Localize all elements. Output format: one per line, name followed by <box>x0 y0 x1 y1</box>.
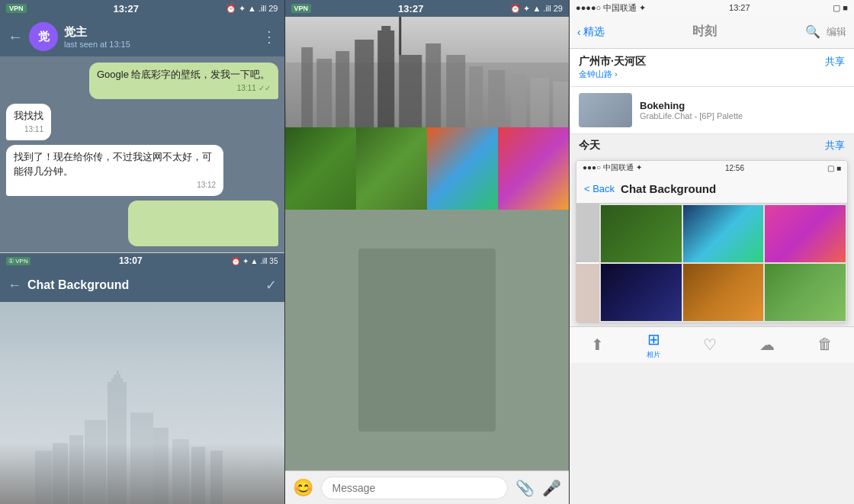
sheet-wallpaper-stars[interactable] <box>601 264 682 321</box>
bluetooth-icon-2: ✦ <box>523 4 530 14</box>
svg-rect-0 <box>108 382 127 504</box>
chat-bg-preview-area <box>0 302 284 504</box>
avatar-1: 觉 <box>29 22 58 51</box>
ios-section-share-today[interactable]: 共享 <box>825 139 845 152</box>
wifi-icon-2: ▲ <box>532 4 541 13</box>
sheet-nav-bar: < Back Chat Background <box>576 175 847 204</box>
ios-toolbar-albums-button[interactable]: ⊞ 相片 <box>647 330 660 360</box>
message-text-2: 我找找 <box>14 109 43 123</box>
message-time-1: 13:11 ✓✓ <box>97 83 271 94</box>
message-text-3: 找到了！现在给你传，不过我这网不太好，可能得几分钟。 <box>14 150 216 178</box>
ios-featured-card-3: Bokehing GrabLife.Chat - [6P] Palette <box>570 87 854 134</box>
wallpaper-option-poly[interactable] <box>498 127 569 210</box>
mini-time-1: 13:07 <box>119 255 143 266</box>
chat-bg-title: Chat Background <box>27 278 265 292</box>
vpn-badge-1: VPN <box>6 4 27 13</box>
sheet-back-button[interactable]: < Back <box>584 183 615 194</box>
svg-rect-22 <box>399 17 401 55</box>
chat-bg-header-1: ← Chat Background ✓ <box>0 268 284 302</box>
sheet-wallpaper-pink-poly[interactable] <box>765 205 846 262</box>
chat-bg-confirm-button[interactable]: ✓ <box>265 277 277 294</box>
mini-status-bar-1: ① VPN 13:07 ⏰ ✦ ▲ .ill 35 <box>0 253 284 268</box>
sheet-wallpaper-aurora[interactable] <box>683 205 764 262</box>
message-text-input-2[interactable] <box>321 477 509 499</box>
svg-rect-4 <box>130 413 153 504</box>
svg-rect-5 <box>85 420 106 504</box>
featured-thumbnail-3 <box>579 93 632 127</box>
svg-rect-3 <box>117 371 119 374</box>
sheet-wallpaper-autumn[interactable] <box>683 264 764 321</box>
featured-title-3: Bokehing <box>640 100 845 111</box>
emoji-button-2[interactable]: 😊 <box>293 478 313 498</box>
wallpaper-option-green-2[interactable] <box>356 127 427 210</box>
status-bar-2: VPN 13:27 ⏰ ✦ ▲ .ill 29 <box>285 0 570 17</box>
sheet-wallpaper-green-field[interactable] <box>765 264 846 321</box>
svg-rect-21 <box>381 26 390 30</box>
trash-icon: 🗑 <box>817 335 833 353</box>
ios-status-bar-3: ●●●●○ 中国联通 ✦ 13:27 ▢ ■ <box>570 0 854 15</box>
chat-bg-back-button[interactable]: ← <box>8 278 21 294</box>
svg-rect-19 <box>377 36 394 127</box>
vpn-badge-2: VPN <box>291 4 312 13</box>
sheet-content-area <box>576 204 847 323</box>
message-time-2: 13:11 <box>14 124 43 135</box>
contact-name-1: 觉主 <box>64 25 255 40</box>
sheet-left-strip <box>576 204 599 323</box>
ios-toolbar-favorites-button[interactable]: ♡ <box>703 335 717 355</box>
mic-button-2[interactable]: 🎤 <box>542 479 561 497</box>
ios-toolbar-share-button[interactable]: ⬆ <box>591 335 604 355</box>
status-time-1: 13:27 <box>114 3 139 14</box>
chat-menu-button-1[interactable]: ⋮ <box>262 27 277 46</box>
attach-button-2[interactable]: 📎 <box>515 479 535 497</box>
status-bar-1: VPN 13:27 ⏰ ✦ ▲ .ill 29 <box>0 0 284 17</box>
wallpaper-option-green-1[interactable] <box>285 127 356 210</box>
ios-nav-back-3[interactable]: ‹ 精选 <box>577 25 605 39</box>
alarm-icon-1: ⏰ <box>226 4 236 14</box>
svg-rect-29 <box>530 78 549 127</box>
svg-rect-7 <box>69 435 83 504</box>
svg-rect-16 <box>316 59 332 127</box>
albums-label: 相片 <box>647 350 660 360</box>
ios-section-header-today: 今天 共享 <box>570 134 854 157</box>
ios-search-button-3[interactable]: 🔍 <box>805 24 820 39</box>
ios-nav-right-3: 🔍 编辑 <box>805 24 846 39</box>
chat-info-1: 觉主 last seen at 13:15 <box>64 25 255 49</box>
svg-rect-6 <box>153 428 169 504</box>
icloud-icon: ☁ <box>759 335 775 354</box>
svg-rect-24 <box>425 43 441 127</box>
panel-telegram-chat: VPN 13:27 ⏰ ✦ ▲ .ill 29 ← 觉 觉主 last seen… <box>0 0 285 504</box>
chat-header-1: ← 觉 觉主 last seen at 13:15 ⋮ <box>0 17 284 56</box>
battery-1: 29 <box>268 4 278 13</box>
message-time-3: 13:12 <box>14 180 216 191</box>
alarm-icon-2: ⏰ <box>510 4 521 14</box>
ios-toolbar-delete-button[interactable]: 🗑 <box>817 335 833 355</box>
svg-rect-26 <box>469 66 483 127</box>
signal-bars-1: .ill <box>258 4 266 13</box>
svg-rect-25 <box>446 55 465 127</box>
message-input-bar-2: 😊 📎 🎤 <box>285 470 570 504</box>
status-bar-right-2: ⏰ ✦ ▲ .ill 29 <box>510 4 563 14</box>
ios-back-chevron-3: ‹ <box>577 26 581 38</box>
battery-2: 29 <box>554 4 563 13</box>
top-city-image-2 <box>285 17 570 127</box>
share-icon: ⬆ <box>591 335 604 354</box>
wifi-icon-1: ▲ <box>248 4 256 13</box>
ios-toolbar-icloud-button[interactable]: ☁ <box>759 335 775 355</box>
ios-location-sub-3[interactable]: 金钟山路 › <box>579 69 646 80</box>
svg-rect-30 <box>553 82 568 127</box>
back-button-1[interactable]: ← <box>8 28 23 46</box>
message-bubble-received-1: 我找找 13:11 <box>6 104 51 140</box>
ios-share-button-3[interactable]: 共享 <box>825 55 845 69</box>
chat-area-2 <box>285 210 570 470</box>
contact-status-1: last seen at 13:15 <box>64 40 255 49</box>
ios-battery-3: ▢ ■ <box>833 3 848 13</box>
svg-rect-20 <box>377 30 394 36</box>
sheet-time: 12:56 <box>725 164 744 172</box>
ios-section-title-today: 今天 <box>579 139 600 152</box>
svg-rect-23 <box>399 55 422 127</box>
wallpaper-option-colorful[interactable] <box>427 127 498 210</box>
svg-rect-1 <box>111 378 123 382</box>
ios-edit-button-3[interactable]: 编辑 <box>827 25 846 39</box>
sheet-wallpaper-green[interactable] <box>601 205 682 262</box>
city-background-2 <box>285 17 570 127</box>
